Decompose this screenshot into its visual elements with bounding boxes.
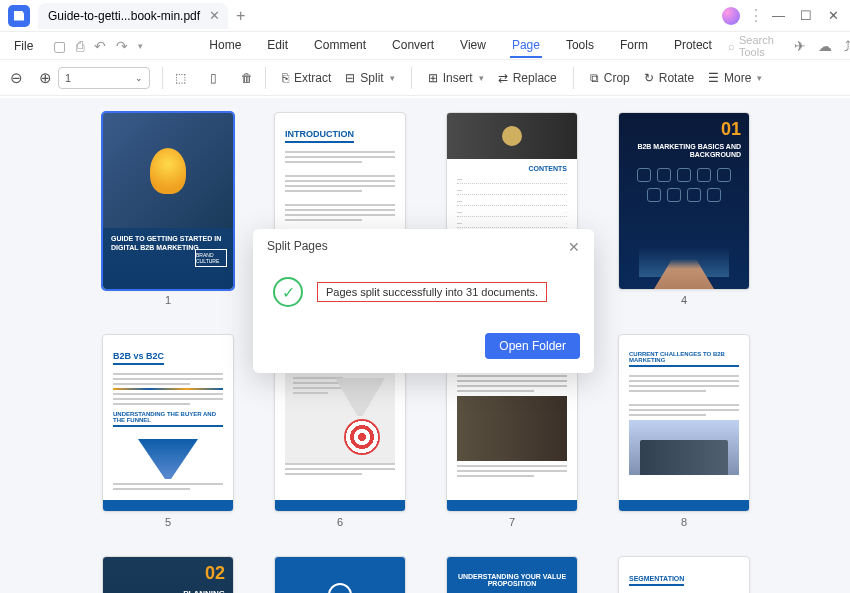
quick-access-toolbar: ▢ ⎙ ↶ ↷ ▾	[53, 38, 143, 54]
thumb-label: 1	[165, 294, 171, 306]
thumbnail-9[interactable]: 02 PLANNING	[102, 556, 234, 593]
p9-num: 02	[205, 563, 225, 584]
more-button[interactable]: ☰More	[704, 69, 766, 87]
search-icon: ⌕	[728, 40, 735, 52]
insert-icon: ⊞	[428, 71, 438, 85]
p8-title: CURRENT CHALLENGES TO B2B MARKETING	[629, 351, 739, 367]
p1-brand: BRAND CULTURE	[195, 249, 227, 267]
crop-icon: ⧉	[590, 71, 599, 85]
zoom-out-icon[interactable]: ⊖	[10, 69, 23, 87]
qat-dropdown-icon[interactable]: ▾	[138, 41, 143, 51]
insert-button[interactable]: ⊞Insert	[424, 69, 488, 87]
save-icon[interactable]: ▢	[53, 38, 66, 54]
maximize-button[interactable]: ☐	[800, 8, 814, 23]
p4-title: B2B MARKETING BASICS AND BACKGROUND	[619, 143, 741, 160]
thumb-label: 8	[681, 516, 687, 528]
search-tools[interactable]: ⌕ Search Tools	[728, 34, 774, 58]
p4-num: 01	[721, 119, 741, 140]
titlebar: Guide-to-getti...book-min.pdf ✕ + ⋮ — ☐ …	[0, 0, 850, 32]
new-tab-button[interactable]: +	[236, 7, 245, 25]
send-icon[interactable]: ✈	[794, 38, 806, 54]
dialog-title: Split Pages	[267, 239, 328, 255]
file-menu[interactable]: File	[10, 37, 37, 55]
page-dropdown-icon: ⌄	[135, 73, 143, 83]
print-icon[interactable]: ⎙	[76, 38, 84, 54]
thumbnail-4[interactable]: 01 B2B MARKETING BASICS AND BACKGROUND 4	[618, 112, 750, 306]
split-button[interactable]: ⊟Split	[341, 69, 398, 87]
thumbnail-10[interactable]	[274, 556, 406, 593]
menu-view[interactable]: View	[458, 34, 488, 58]
p5-title1: B2B vs B2C	[113, 351, 164, 365]
more-icon: ☰	[708, 71, 719, 85]
header-right-icons: ✈ ☁ ⤴	[794, 38, 850, 54]
p11-title: UNDERSTANDING YOUR VALUE PROPOSITION	[457, 573, 567, 587]
more-menu-icon[interactable]: ⋮	[748, 6, 762, 25]
menu-page[interactable]: Page	[510, 34, 542, 58]
dialog-close-button[interactable]: ✕	[568, 239, 580, 255]
extract-button[interactable]: ⎘Extract	[278, 69, 335, 87]
redo-icon[interactable]: ↷	[116, 38, 128, 54]
tab-close-icon[interactable]: ✕	[209, 8, 220, 23]
menu-comment[interactable]: Comment	[312, 34, 368, 58]
open-folder-button[interactable]: Open Folder	[485, 333, 580, 359]
select-tool-icon[interactable]: ⬚	[175, 71, 186, 85]
thumb-label: 5	[165, 516, 171, 528]
p12-title: SEGMENTATION	[629, 575, 684, 586]
p2-title: INTRODUCTION	[285, 129, 354, 143]
p9-title: PLANNING	[183, 589, 225, 593]
menubar: File ▢ ⎙ ↶ ↷ ▾ Home Edit Comment Convert…	[0, 32, 850, 60]
crop-button[interactable]: ⧉Crop	[586, 69, 634, 87]
menu-edit[interactable]: Edit	[265, 34, 290, 58]
extract-icon: ⎘	[282, 71, 289, 85]
page-number-value: 1	[65, 72, 71, 84]
thumbnail-12[interactable]: SEGMENTATION	[618, 556, 750, 593]
minimize-button[interactable]: —	[772, 8, 786, 23]
replace-button[interactable]: ⇄Replace	[494, 69, 561, 87]
delete-icon[interactable]: 🗑	[241, 71, 253, 85]
page-toolbar: ⊖ ⊕ 1 ⌄ ⬚ ▯ 🗑 ⎘Extract ⊟Split ⊞Insert ⇄R…	[0, 60, 850, 96]
rotate-icon: ↻	[644, 71, 654, 85]
search-placeholder: Search Tools	[739, 34, 774, 58]
menu-home[interactable]: Home	[207, 34, 243, 58]
thumb-label: 7	[509, 516, 515, 528]
tab-title: Guide-to-getti...book-min.pdf	[48, 9, 200, 23]
main-menu: Home Edit Comment Convert View Page Tool…	[207, 34, 714, 58]
page-number-input[interactable]: 1 ⌄	[58, 67, 150, 89]
thumbnail-5[interactable]: B2B vs B2C UNDERSTANDING THE BUYER AND T…	[102, 334, 234, 528]
thumb-label: 4	[681, 294, 687, 306]
replace-icon: ⇄	[498, 71, 508, 85]
close-button[interactable]: ✕	[828, 8, 842, 23]
dialog-message: Pages split successfully into 31 documen…	[317, 282, 547, 302]
thumbnail-8[interactable]: CURRENT CHALLENGES TO B2B MARKETING 8	[618, 334, 750, 528]
menu-form[interactable]: Form	[618, 34, 650, 58]
split-pages-dialog: Split Pages ✕ ✓ Pages split successfully…	[253, 229, 594, 373]
app-icon	[8, 5, 30, 27]
undo-icon[interactable]: ↶	[94, 38, 106, 54]
document-tab[interactable]: Guide-to-getti...book-min.pdf ✕	[38, 3, 228, 29]
success-check-icon: ✓	[273, 277, 303, 307]
p5-title2: UNDERSTANDING THE BUYER AND THE FUNNEL	[113, 411, 223, 427]
thumb-label: 6	[337, 516, 343, 528]
window-controls: — ☐ ✕	[772, 8, 842, 23]
thumbnail-11[interactable]: UNDERSTANDING YOUR VALUE PROPOSITION	[446, 556, 578, 593]
thumbnail-1[interactable]: GUIDE TO GETTING STARTED IN DIGITAL B2B …	[102, 112, 234, 306]
share-icon[interactable]: ⤴	[844, 38, 850, 54]
zoom-in-icon[interactable]: ⊕	[39, 69, 52, 87]
page-box-icon[interactable]: ▯	[210, 71, 217, 85]
p3-title: CONTENTS	[457, 165, 567, 172]
menu-convert[interactable]: Convert	[390, 34, 436, 58]
rotate-button[interactable]: ↻Rotate	[640, 69, 698, 87]
menu-protect[interactable]: Protect	[672, 34, 714, 58]
ai-gem-icon[interactable]	[722, 7, 740, 25]
cloud-icon[interactable]: ☁	[818, 38, 832, 54]
split-icon: ⊟	[345, 71, 355, 85]
menu-tools[interactable]: Tools	[564, 34, 596, 58]
